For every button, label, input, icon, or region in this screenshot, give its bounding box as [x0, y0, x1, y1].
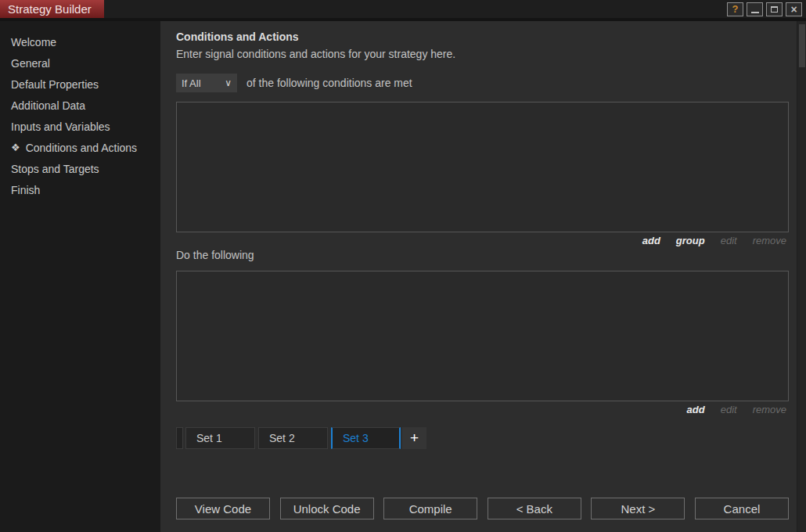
sidebar-item-label: Default Properties — [11, 78, 99, 91]
maximize-icon — [771, 6, 778, 13]
strategy-builder-window: Strategy Builder ? × Welcome General — [0, 0, 806, 532]
compile-button[interactable]: Compile — [383, 498, 477, 519]
current-step-marker-icon: ❖ — [11, 142, 20, 153]
condition-match-dropdown-value: If All — [182, 77, 201, 89]
sidebar-item-label: General — [11, 57, 50, 70]
condition-match-caption: of the following conditions are met — [246, 77, 412, 89]
plus-icon: + — [410, 430, 419, 447]
sidebar-item-label: Finish — [11, 184, 40, 196]
condition-match-dropdown[interactable]: If All ∨ — [176, 74, 237, 92]
condition-set-tabs: Set 1 Set 2 Set 3 + — [176, 427, 789, 449]
minimize-button[interactable] — [747, 2, 763, 16]
tab-set-2[interactable]: Set 2 — [258, 427, 328, 449]
add-set-button[interactable]: + — [402, 427, 426, 449]
tab-label: Set 1 — [196, 432, 222, 444]
add-condition-link[interactable]: add — [642, 235, 660, 248]
conditions-listbox[interactable] — [176, 102, 789, 232]
conditions-and-actions-panel: Conditions and Actions Enter signal cond… — [160, 21, 797, 532]
sidebar-item-general[interactable]: General — [0, 52, 160, 74]
remove-condition-link: remove — [753, 235, 786, 248]
tab-strip-sliver — [176, 427, 183, 449]
tab-set-1[interactable]: Set 1 — [185, 427, 255, 449]
page-title: Conditions and Actions — [176, 31, 789, 43]
view-code-button[interactable]: View Code — [176, 498, 270, 519]
remove-action-link: remove — [753, 404, 786, 417]
wizard-steps-sidebar: Welcome General Default Properties Addit… — [0, 21, 160, 532]
group-conditions-link[interactable]: group — [676, 235, 705, 248]
sidebar-item-stops-and-targets[interactable]: Stops and Targets — [0, 158, 160, 179]
scrollbar-thumb[interactable] — [799, 24, 805, 67]
cancel-button[interactable]: Cancel — [695, 498, 789, 519]
sidebar-item-default-properties[interactable]: Default Properties — [0, 74, 160, 95]
title-bar: Strategy Builder ? × — [0, 0, 806, 18]
help-button[interactable]: ? — [727, 2, 743, 16]
bottom-button-row: View Code Unlock Code Compile < Back Nex… — [176, 498, 789, 519]
sidebar-item-label: Inputs and Variables — [11, 120, 110, 133]
next-button[interactable]: Next > — [591, 498, 685, 519]
sidebar-item-label: Additional Data — [11, 99, 85, 112]
edit-action-link: edit — [721, 404, 737, 417]
actions-section-label: Do the following — [176, 249, 789, 261]
window-title: Strategy Builder — [0, 0, 104, 18]
vertical-scrollbar[interactable] — [797, 21, 806, 532]
chevron-down-icon: ∨ — [225, 77, 232, 88]
add-action-link[interactable]: add — [687, 404, 705, 417]
actions-listbox[interactable] — [176, 271, 789, 401]
sidebar-item-label: Stops and Targets — [11, 163, 99, 175]
sidebar-item-label: Conditions and Actions — [26, 142, 137, 154]
back-button[interactable]: < Back — [488, 498, 581, 519]
sidebar-item-welcome[interactable]: Welcome — [0, 31, 160, 52]
maximize-button[interactable] — [766, 2, 783, 16]
sidebar-item-additional-data[interactable]: Additional Data — [0, 95, 160, 116]
window-controls: ? × — [727, 0, 806, 18]
conditions-link-row: add group edit remove — [176, 232, 789, 248]
sidebar-item-inputs-and-variables[interactable]: Inputs and Variables — [0, 116, 160, 137]
minimize-icon — [751, 12, 759, 13]
unlock-code-button[interactable]: Unlock Code — [280, 498, 374, 519]
tab-label: Set 3 — [343, 432, 369, 444]
sidebar-item-label: Welcome — [11, 36, 56, 49]
page-subtitle: Enter signal conditions and actions for … — [176, 48, 789, 60]
condition-match-row: If All ∨ of the following conditions are… — [176, 74, 789, 92]
tab-set-3[interactable]: Set 3 — [331, 427, 401, 449]
close-icon: × — [790, 4, 797, 15]
sidebar-item-conditions-and-actions[interactable]: ❖ Conditions and Actions — [0, 137, 160, 158]
close-button[interactable]: × — [786, 2, 802, 16]
actions-link-row: add edit remove — [176, 401, 789, 417]
sidebar-item-finish[interactable]: Finish — [0, 179, 160, 200]
edit-condition-link: edit — [721, 235, 737, 248]
tab-label: Set 2 — [269, 432, 295, 444]
